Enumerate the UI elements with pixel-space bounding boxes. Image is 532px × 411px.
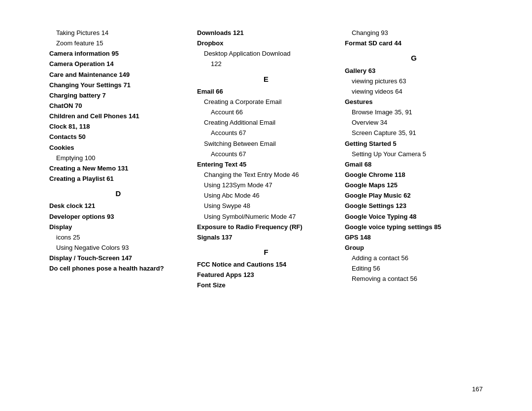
index-entry: Switching Between Email xyxy=(197,139,335,149)
index-entry: Creating a Corporate Email xyxy=(197,97,335,107)
index-entry: Using Symbol/Numeric Mode 47 xyxy=(197,212,335,222)
index-entry: Entering Text 45 xyxy=(197,160,335,170)
index-entry: Changing 93 xyxy=(345,28,483,38)
index-entry: Account 66 xyxy=(197,107,335,117)
index-entry: Gestures xyxy=(345,97,483,107)
index-entry: Creating a Playlist 61 xyxy=(49,174,187,184)
index-entry: Removing a contact 56 xyxy=(345,274,483,284)
index-entry: Gmail 68 xyxy=(345,160,483,170)
index-entry: viewing videos 64 xyxy=(345,87,483,97)
index-entry: Changing Your Settings 71 xyxy=(49,80,187,90)
index-entry: GPS 148 xyxy=(345,233,483,242)
index-col-col3: Changing 93Format SD card 44GGallery 63v… xyxy=(340,28,483,383)
index-entry: Adding a contact 56 xyxy=(345,253,483,263)
index-entry: Google Voice Typing 48 xyxy=(345,212,483,222)
index-entry: Using Abc Mode 46 xyxy=(197,191,335,201)
index-entry: Accounts 67 xyxy=(197,149,335,159)
index-entry: Creating Additional Email xyxy=(197,118,335,128)
section-letter-e: E xyxy=(197,73,335,85)
index-entry: Camera Operation 14 xyxy=(49,59,187,69)
index-entry: ChatON 70 xyxy=(49,101,187,111)
index-entry: Font Size xyxy=(197,280,335,290)
section-letter-d: D xyxy=(49,188,187,199)
index-entry: Accounts 67 xyxy=(197,128,335,138)
index-entry: Setting Up Your Camera 5 xyxy=(345,149,483,159)
index-entry: Google voice typing settings 85 xyxy=(345,222,483,232)
index-entry: Downloads 121 xyxy=(197,28,335,38)
index-entry: Dropbox xyxy=(197,38,335,48)
index-entry: Google Chrome 118 xyxy=(345,170,483,180)
index-entry: Children and Cell Phones 141 xyxy=(49,111,187,121)
index-columns: Taking Pictures 14Zoom feature 15Camera … xyxy=(49,28,483,383)
index-entry: Signals 137 xyxy=(197,233,335,242)
index-entry: FCC Notice and Cautions 154 xyxy=(197,260,335,270)
index-entry: Cookies xyxy=(49,143,187,153)
index-entry: Zoom feature 15 xyxy=(49,38,187,48)
index-entry: Emptying 100 xyxy=(49,153,187,163)
index-entry: Using 123Sym Mode 47 xyxy=(197,180,335,190)
index-entry: Developer options 93 xyxy=(49,212,187,222)
index-entry: icons 25 xyxy=(49,233,187,242)
index-entry: Browse Image 35, 91 xyxy=(345,107,483,117)
index-entry: Using Negative Colors 93 xyxy=(49,243,187,253)
index-entry: Using Swype 48 xyxy=(197,201,335,211)
index-entry: Taking Pictures 14 xyxy=(49,28,187,38)
index-entry: Do cell phones pose a health hazard? xyxy=(49,264,187,274)
page-number: 167 xyxy=(472,385,483,393)
index-entry: Care and Maintenance 149 xyxy=(49,70,187,80)
section-letter-g: G xyxy=(345,52,483,64)
index-entry: Format SD card 44 xyxy=(345,38,483,48)
index-entry: Google Play Music 62 xyxy=(345,191,483,201)
index-entry: Overview 34 xyxy=(345,118,483,128)
section-letter-f: F xyxy=(197,246,335,258)
index-entry: Creating a New Memo 131 xyxy=(49,164,187,173)
index-entry: viewing pictures 63 xyxy=(345,76,483,86)
index-entry: Google Maps 125 xyxy=(345,180,483,190)
index-entry: Getting Started 5 xyxy=(345,139,483,149)
index-entry: Camera information 95 xyxy=(49,49,187,59)
index-entry: Display / Touch-Screen 147 xyxy=(49,253,187,263)
index-entry: Desk clock 121 xyxy=(49,201,187,211)
index-entry: Gallery 63 xyxy=(345,66,483,76)
index-entry: Group xyxy=(345,243,483,253)
index-entry: Screen Capture 35, 91 xyxy=(345,128,483,138)
index-entry: Contacts 50 xyxy=(49,132,187,142)
index-entry: Featured Apps 123 xyxy=(197,270,335,280)
index-entry: Display xyxy=(49,222,187,232)
index-entry: 122 xyxy=(197,59,335,69)
index-entry: Email 66 xyxy=(197,87,335,97)
index-entry: Google Settings 123 xyxy=(345,201,483,211)
index-entry: Changing the Text Entry Mode 46 xyxy=(197,170,335,180)
index-col-col2: Downloads 121DropboxDesktop Application … xyxy=(192,28,340,383)
index-entry: Charging battery 7 xyxy=(49,91,187,101)
index-entry: Editing 56 xyxy=(345,264,483,274)
page: Taking Pictures 14Zoom feature 15Camera … xyxy=(30,13,502,398)
index-entry: Exposure to Radio Frequency (RF) xyxy=(197,222,335,232)
index-col-col1: Taking Pictures 14Zoom feature 15Camera … xyxy=(49,28,192,383)
index-entry: Clock 81, 118 xyxy=(49,122,187,132)
index-entry: Desktop Application Download xyxy=(197,49,335,59)
